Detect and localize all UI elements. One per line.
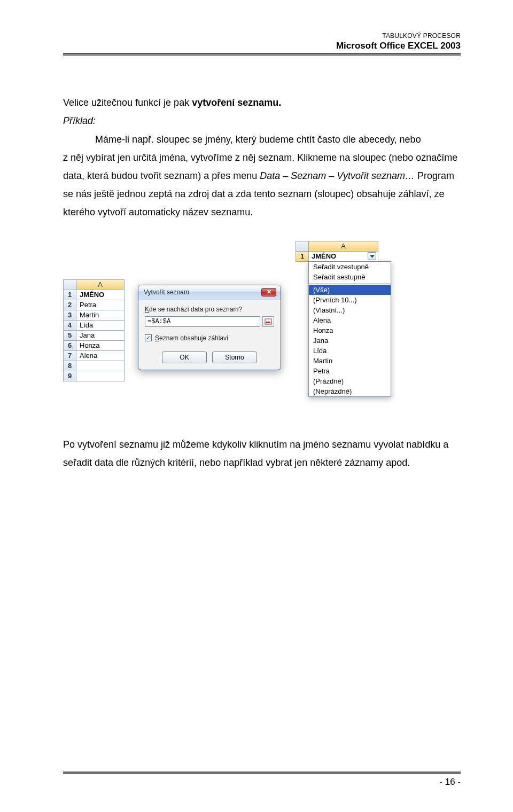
list-header-label: JMÉNO (312, 252, 336, 260)
paragraph-2-rest: z něj vybírat jen určitá jména, vytvořím… (63, 149, 461, 222)
dialog-create-list: Vytvořit seznam ✕ Kde se nachází data pr… (138, 285, 281, 370)
row-header[interactable]: 2 (64, 300, 76, 310)
svg-marker-2 (370, 255, 375, 258)
dialog-label: Kde se nachází data pro seznam? (145, 306, 274, 313)
menu-item-top10[interactable]: (Prvních 10...) (309, 295, 391, 305)
range-picker-button[interactable] (262, 316, 274, 327)
chevron-down-icon (370, 255, 375, 258)
menu-item-sort-desc[interactable]: Seřadit sestupně (309, 272, 391, 282)
checkbox-icon: ✓ (145, 334, 152, 341)
menu-item-value[interactable]: Honza (309, 325, 391, 335)
menu-item-custom[interactable]: (Vlastní...) (309, 305, 391, 315)
close-icon: ✕ (267, 288, 271, 295)
menu-item-value[interactable]: Lída (309, 346, 391, 356)
column-header-a[interactable]: A (76, 279, 125, 290)
paragraph-2-line1: Máme-li např. sloupec se jmény, který bu… (63, 130, 461, 149)
menu-item-all[interactable]: (Vše) (309, 285, 391, 295)
corner-cell (296, 241, 309, 251)
menu-item-value[interactable]: Alena (309, 315, 391, 325)
svg-rect-1 (266, 322, 270, 323)
paragraph-1: Velice užitečnou funkcí je pak vytvoření… (63, 93, 461, 112)
row-header[interactable]: 5 (64, 330, 76, 338)
paragraph-3: Po vytvoření seznamu již můžeme kdykoliv… (63, 435, 461, 472)
close-button[interactable]: ✕ (261, 288, 276, 296)
ok-button[interactable]: OK (162, 352, 207, 363)
row-header[interactable]: 3 (64, 310, 76, 320)
checkbox-label: Seznam obsahuje záhlaví (155, 334, 228, 342)
range-input[interactable]: =$A:$A (145, 316, 260, 327)
cell[interactable]: JMÉNO (76, 290, 125, 300)
menu-item-blanks[interactable]: (Prázdné) (309, 376, 391, 386)
header-checkbox-row[interactable]: ✓ Seznam obsahuje záhlaví (145, 334, 274, 342)
cancel-button[interactable]: Storno (212, 352, 257, 363)
filter-menu: Seřadit vzestupně Seřadit sestupně (Vše)… (308, 261, 391, 397)
spreadsheet-right: A 1 JMÉNO (296, 241, 378, 262)
cell[interactable]: Jana (76, 330, 125, 338)
menu-separator (309, 283, 391, 284)
figures-block: A 1JMÉNO 2Petra 3Martin 4Lída 5Jana 6Hon… (63, 241, 461, 412)
column-header-a[interactable]: A (309, 241, 378, 251)
list-header-cell[interactable]: JMÉNO (309, 251, 378, 261)
row-header[interactable]: 1 (296, 251, 309, 261)
page-number: - 16 - (63, 777, 461, 787)
collapse-dialog-icon (265, 318, 272, 325)
spreadsheet-left: A 1JMÉNO 2Petra 3Martin 4Lída 5Jana 6Hon… (63, 279, 125, 338)
menu-item-value[interactable]: Martin (309, 356, 391, 366)
filter-dropdown-button[interactable] (368, 252, 376, 260)
menu-item-value[interactable]: Petra (309, 366, 391, 376)
cell[interactable]: Martin (76, 310, 125, 320)
menu-item-value[interactable]: Jana (309, 335, 391, 346)
menu-item-nonblanks[interactable]: (Neprázdné) (309, 386, 391, 396)
header-product-name: Microsoft Office EXCEL 2003 (63, 40, 461, 51)
header-product-type: TABULKOVÝ PROCESOR (63, 32, 461, 40)
row-header[interactable]: 1 (64, 290, 76, 300)
row-header[interactable]: 4 (64, 320, 76, 330)
cell[interactable]: Petra (76, 300, 125, 310)
dialog-title: Vytvořit seznam (144, 288, 189, 296)
menu-item-sort-asc[interactable]: Seřadit vzestupně (309, 262, 391, 272)
example-label: Příklad: (63, 112, 461, 130)
header-rule-thin (63, 56, 461, 56)
header-rule-thick (63, 53, 461, 54)
corner-cell (64, 279, 76, 290)
footer-rule-thin (63, 771, 461, 771)
cell[interactable]: Lída (76, 320, 125, 330)
footer-rule-thick (63, 772, 461, 774)
